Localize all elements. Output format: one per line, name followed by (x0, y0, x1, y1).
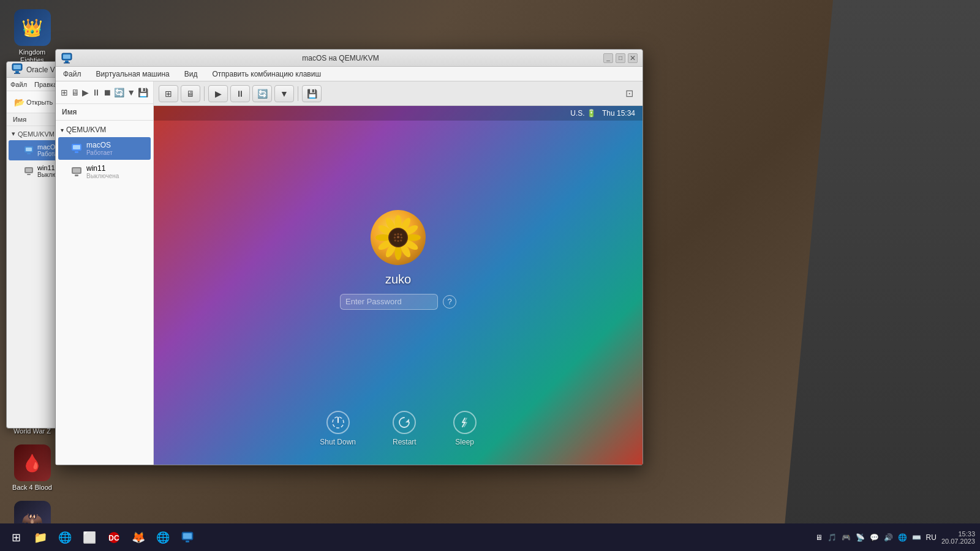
svg-marker-49 (405, 419, 409, 422)
restart-icon (393, 411, 416, 434)
screen-toolbar-refresh-btn[interactable]: 🔄 (252, 85, 272, 102)
taskbar-right: 🖥 🎵 🎮 📡 💬 🔊 🌐 ⌨️ RU 15:33 20.07.2023 (815, 530, 975, 545)
taskbar-clock: 15:33 20.07.2023 (941, 530, 975, 545)
screen-toolbar-grid-btn[interactable]: ⊞ (159, 85, 178, 102)
taskbar-edge-btn[interactable]: 🌐 (152, 527, 174, 549)
sleep-icon (453, 411, 477, 434)
chevron-down-icon: ▾ (12, 130, 15, 138)
minimize-button[interactable]: _ (603, 53, 613, 63)
vm-group-name: QEMU/KVM (18, 130, 55, 138)
taskbar-files-btn[interactable]: 📁 (29, 527, 51, 549)
sidebar-screen-btn[interactable]: 🖥 (71, 85, 80, 100)
screen-toolbar-save-btn[interactable]: 💾 (302, 85, 322, 102)
sidebar-grid-btn[interactable]: ⊞ (61, 85, 69, 100)
svg-rect-5 (13, 65, 21, 69)
desktop-icon-back4blood[interactable]: 🩸 Back 4 Blood (6, 441, 58, 495)
vm-list-header-label: Имя (13, 116, 26, 123)
vbox-vm-window: macOS на QEMU/KVM _ □ ✕ Файл Виртуальная… (55, 49, 643, 465)
sidebar-pause-btn[interactable]: ⏸ (92, 85, 100, 100)
vm-win11-sidebar-status: Выключена (86, 173, 119, 179)
macos-password-input[interactable] (340, 294, 438, 310)
vbox-titlebar: macOS на QEMU/KVM _ □ ✕ (56, 50, 643, 67)
macos-sleep-button[interactable]: Sleep (453, 411, 477, 446)
menu-vm[interactable]: Виртуальная машина (94, 69, 172, 80)
taskbar-sys-icon-steam: 🎮 (842, 533, 851, 542)
macos-locale: U.S. 🔋 (570, 109, 596, 118)
sidebar-group-qemu-header[interactable]: ▾ QEMU/KVM (56, 123, 153, 137)
shutdown-icon (326, 411, 350, 434)
menu-file[interactable]: Файл (10, 81, 27, 88)
vm-macos-sidebar-icon (70, 143, 83, 155)
macos-help-button[interactable]: ? (443, 295, 456, 309)
sidebar-stop-btn[interactable]: ⏹ (103, 85, 111, 100)
macos-topbar: U.S. 🔋 Thu 15:34 (154, 106, 643, 121)
taskbar-locale: RU (926, 533, 937, 542)
svg-rect-20 (75, 151, 78, 153)
svg-rect-16 (65, 61, 69, 62)
macos-username-label: zuko (385, 272, 411, 287)
taskbar: ⊞ 📁 🌐 ⬜ DC 🦊 🌐 🖥 🎵 🎮 📡 💬 🔊 🌐 (0, 523, 980, 551)
toolbar-open-btn[interactable]: 📂 Открыть (10, 96, 56, 109)
menu-file[interactable]: Файл (61, 69, 84, 80)
svg-rect-7 (14, 73, 20, 74)
macos-vm-screen: ⊞ 🖥 ▶ ⏸ 🔄 ▼ 💾 ⊡ U.S. 🔋 Thu 15 (154, 81, 643, 465)
screen-toolbar: ⊞ 🖥 ▶ ⏸ 🔄 ▼ 💾 ⊡ (154, 81, 643, 106)
toolbar-separator-2 (298, 86, 298, 101)
taskbar-unknown-btn[interactable]: ⬜ (78, 527, 100, 549)
sleep-label: Sleep (455, 438, 474, 446)
vm-macos-sidebar-info: macOS Работает (86, 141, 113, 156)
screen-toolbar-dropdown-btn[interactable]: ▼ (274, 85, 294, 102)
macos-user-avatar[interactable] (371, 210, 426, 265)
svg-rect-13 (27, 174, 31, 175)
desktop: 👑 Kingdom Eighties 🎬 BTTF_Ep1 👑 Kingdom:… (0, 0, 980, 551)
restart-label: Restart (393, 438, 417, 446)
menu-send-keys[interactable]: Отправить комбинацию клавиш (209, 69, 323, 80)
taskbar-sys-icon-telegram: 📡 (856, 533, 865, 542)
sidebar-play-btn[interactable]: ▶ (82, 85, 90, 100)
taskbar-dc-btn[interactable]: DC (103, 527, 125, 549)
macos-password-row: ? (340, 294, 456, 310)
svg-rect-6 (15, 71, 19, 73)
sidebar-vm-win11[interactable]: win11 Выключена (58, 160, 151, 183)
menu-edit[interactable]: Правка (34, 81, 57, 88)
sidebar-header-label: Имя (62, 108, 77, 116)
svg-rect-23 (75, 174, 78, 176)
close-button[interactable]: ✕ (628, 53, 638, 63)
vm-macos-icon (23, 145, 34, 156)
sidebar-save-btn[interactable]: 💾 (138, 85, 148, 100)
vm-macos-sidebar-name: macOS (86, 141, 113, 149)
vbox-vm-title: macOS на QEMU/KVM (78, 54, 603, 62)
open-btn-label: Открыть (26, 99, 53, 106)
kingdom-eighties-icon: 👑 (14, 9, 51, 46)
screen-toolbar-fullscreen-btn[interactable]: ⊡ (620, 85, 638, 102)
taskbar-browser-btn[interactable]: 🌐 (54, 527, 76, 549)
vm-win11-sidebar-info: win11 Выключена (86, 164, 119, 179)
desktop-icon-kingdom-eighties[interactable]: 👑 Kingdom Eighties (6, 6, 58, 67)
back4blood-label: Back 4 Blood (12, 484, 52, 492)
sidebar-dropdown-btn[interactable]: ▼ (127, 85, 135, 100)
toolbar-separator (204, 86, 205, 101)
screen-toolbar-screen-btn[interactable]: 🖥 (181, 85, 200, 102)
taskbar-start-btn[interactable]: ⊞ (5, 527, 27, 549)
taskbar-vbox-btn[interactable] (176, 527, 198, 549)
svg-point-45 (397, 240, 399, 242)
taskbar-sys-icon-monitor: 🖥 (815, 533, 823, 542)
vm-macos-sidebar-status: Работает (86, 149, 113, 156)
svg-point-43 (401, 236, 402, 238)
worldwar-label: World War Z (13, 427, 51, 435)
group-arrow-icon: ▾ (61, 127, 64, 133)
taskbar-date-display: 20.07.2023 (941, 538, 975, 545)
svg-point-46 (400, 239, 402, 241)
menu-view[interactable]: Вид (182, 69, 200, 80)
sidebar-vm-macos[interactable]: macOS Работает (58, 137, 151, 160)
macos-restart-button[interactable]: Restart (393, 411, 417, 446)
screen-toolbar-play-btn[interactable]: ▶ (208, 85, 228, 102)
svg-point-41 (394, 236, 396, 238)
macos-shutdown-button[interactable]: Shut Down (320, 411, 356, 446)
restore-button[interactable]: □ (616, 53, 625, 63)
sidebar-refresh-btn[interactable]: 🔄 (114, 85, 124, 100)
screen-toolbar-pause-btn[interactable]: ⏸ (230, 85, 250, 102)
sidebar-toolbar: ⊞ 🖥 ▶ ⏸ ⏹ 🔄 ▼ 💾 (56, 81, 153, 104)
taskbar-sys-icon-volume: 🔊 (884, 533, 893, 542)
taskbar-firefox-btn[interactable]: 🦊 (127, 527, 149, 549)
